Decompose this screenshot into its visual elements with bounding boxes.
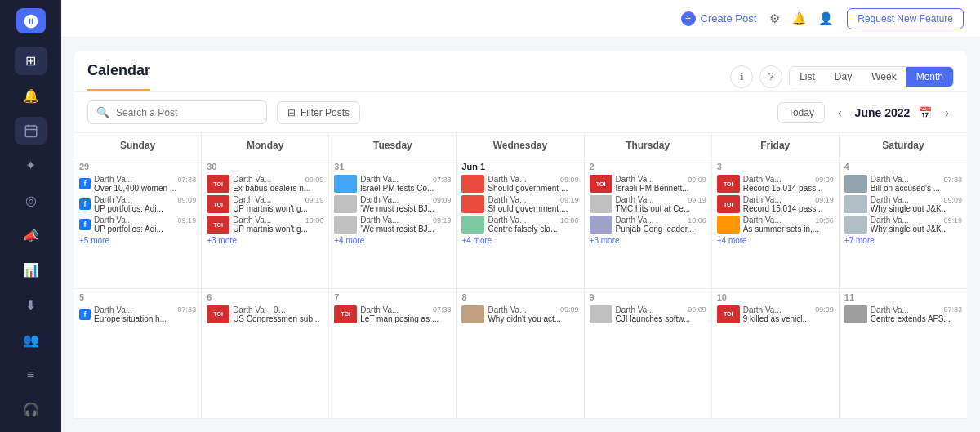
filter-button[interactable]: ⊟ Filter Posts <box>277 101 360 124</box>
date-7: 7 <box>334 292 451 302</box>
post-meta: Darth Va...09:19 Should government ... <box>488 195 578 213</box>
toi-icon: TOI <box>717 195 740 213</box>
date-11: 11 <box>844 292 962 302</box>
date-3: 3 <box>717 162 834 171</box>
post-item[interactable]: TOI Darth Va...09:09 9 killed as vehicl.… <box>717 305 834 323</box>
post-item[interactable]: Darth Va...07:33 Israel PM tests Co... <box>334 175 451 193</box>
cell-jun-10: 10 TOI Darth Va...09:09 9 killed as vehi… <box>712 289 840 420</box>
header-thursday: Thursday <box>585 133 712 158</box>
sidebar-item-dashboard[interactable]: ⊞ <box>15 47 47 75</box>
post-item[interactable]: Darth Va...07:33 Bill on accused's ... <box>844 175 962 193</box>
search-box[interactable]: 🔍 <box>87 100 267 124</box>
month-view-button[interactable]: Month <box>906 67 953 87</box>
post-thumb <box>844 175 867 193</box>
post-item[interactable]: Darth Va...09:09 Why didn't you act... <box>461 305 578 323</box>
post-item[interactable]: Darth Va...09:09 Why single out J&K... <box>844 195 962 213</box>
sidebar-item-users[interactable]: 👥 <box>15 326 47 354</box>
svg-rect-0 <box>25 126 37 137</box>
sidebar-item-list[interactable]: ≡ <box>15 361 47 390</box>
header-tuesday: Tuesday <box>329 133 457 158</box>
post-item[interactable]: TOI Darth Va...09:19 UP martnis won't g.… <box>207 195 323 213</box>
post-item[interactable]: Darth Va...09:19 Why single out J&K... <box>844 216 962 234</box>
post-item[interactable]: f Darth Va...09:09 UP portfolios: Adi... <box>79 195 196 213</box>
cell-jun-8: 8 Darth Va...09:09 Why didn't you act... <box>457 289 584 420</box>
post-item[interactable]: Darth Va...09:09 CJI launches softw... <box>590 305 706 323</box>
settings-icon[interactable]: ⚙ <box>769 11 780 26</box>
post-item[interactable]: TOI Darth Va...10:06 UP martnis won't g.… <box>207 216 323 234</box>
post-item[interactable]: Darth Va...09:09 Should government ... <box>461 175 578 193</box>
post-thumb <box>461 195 484 213</box>
current-month-label: June 2022 <box>855 106 911 119</box>
more-link[interactable]: +5 more <box>79 236 196 245</box>
help-button[interactable]: ? <box>760 65 782 88</box>
sidebar-item-analytics[interactable]: ✦ <box>15 151 47 180</box>
sidebar-item-broadcast[interactable]: ◎ <box>15 186 47 215</box>
post-meta: Darth Va...09:09 UP portfolios: Adi... <box>94 195 196 213</box>
more-link[interactable]: +7 more <box>844 236 962 245</box>
post-meta: Darth Va...10:06 Punjab Cong leader... <box>616 216 706 234</box>
post-thumb <box>334 216 357 234</box>
nav-controls: Today ‹ June 2022 📅 › <box>777 102 954 123</box>
more-link[interactable]: +3 more <box>207 236 323 245</box>
post-item[interactable]: f Darth Va...09:19 UP portfolios: Adi... <box>79 216 196 234</box>
post-item[interactable]: Darth Va...10:06 Punjab Cong leader... <box>590 216 706 234</box>
search-input[interactable] <box>116 107 258 118</box>
sidebar-item-support[interactable]: 🎧 <box>15 395 47 424</box>
date-6: 6 <box>207 292 323 302</box>
post-thumb <box>844 195 867 213</box>
toi-icon: TOI <box>207 216 229 234</box>
post-item[interactable]: TOI Darth Va...09:09 Record 15,014 pass.… <box>717 175 834 193</box>
user-icon[interactable]: 👤 <box>818 11 834 26</box>
post-item[interactable]: Darth Va...09:19 TMC hits out at Ce... <box>590 195 706 213</box>
post-item[interactable]: TOI Darth Va _ 09.09 US Congressmen sub.… <box>207 305 323 323</box>
cell-jun-6: 6 TOI Darth Va _ 09.09 US Congressmen su… <box>202 289 329 420</box>
post-item[interactable]: Darth Va...09:09 'We must resist BJ... <box>334 195 451 213</box>
post-item[interactable]: Darth Va...10:06 Centre falsely cla... <box>461 216 578 234</box>
post-meta: Darth Va...10:06 As summer sets in,... <box>743 216 834 234</box>
post-item[interactable]: TOI Darth Va...07:33 LeT man posing as .… <box>334 305 451 323</box>
more-link[interactable]: +4 more <box>461 236 578 245</box>
topbar-icons: ⚙ 🔔 👤 <box>769 11 834 26</box>
post-item[interactable]: f Darth Va...07:33 Europe situation h... <box>79 305 196 323</box>
calendar-picker-icon[interactable]: 📅 <box>918 106 932 119</box>
create-post-button[interactable]: + Create Post <box>681 11 757 26</box>
app-logo[interactable] <box>16 8 46 33</box>
post-meta: Darth Va...07:33 Israel PM tests Co... <box>360 175 451 193</box>
week-view-button[interactable]: Week <box>862 67 906 87</box>
post-item[interactable]: TOI Darth Va...09:19 Record 15,014 pass.… <box>717 195 834 213</box>
fb-icon: f <box>79 309 91 320</box>
request-feature-button[interactable]: Request New Feature <box>847 8 964 29</box>
list-view-button[interactable]: List <box>790 67 825 87</box>
day-view-button[interactable]: Day <box>825 67 862 87</box>
post-meta: Darth Va...09:09 9 killed as vehicl... <box>743 305 834 323</box>
post-item[interactable]: Darth Va...10:06 As summer sets in,... <box>717 216 834 234</box>
post-meta: Darth Va...07:33 Centre extends AFS... <box>871 305 962 323</box>
post-meta: Darth Va...10:06 Centre falsely cla... <box>488 216 578 234</box>
calendar-toolbar: 🔍 ⊟ Filter Posts Today ‹ June 2022 📅 › <box>74 92 967 132</box>
post-item[interactable]: TOI Darth Va...09:09 Ex-babus-dealers n.… <box>207 175 323 193</box>
sidebar-item-calendar[interactable] <box>15 117 47 145</box>
date-5: 5 <box>79 292 196 302</box>
post-item[interactable]: TOI Darth Va...09:09 Israeli PM Bennett.… <box>590 175 706 193</box>
prev-month-button[interactable]: ‹ <box>833 103 847 122</box>
post-meta: Darth Va...07:33 Bill on accused's ... <box>871 175 962 193</box>
cell-jun-1: Jun 1 Darth Va...09:09 Should government… <box>457 158 584 289</box>
sidebar-item-campaigns[interactable]: 📣 <box>15 221 47 250</box>
info-button[interactable]: ℹ <box>730 65 753 88</box>
post-item[interactable]: Darth Va...09:19 'We must resist BJ... <box>334 216 451 234</box>
header-friday: Friday <box>712 133 840 158</box>
post-item[interactable]: Darth Va...07:33 Centre extends AFS... <box>844 305 962 323</box>
more-link[interactable]: +4 more <box>717 236 834 245</box>
post-item[interactable]: Darth Va...09:19 Should government ... <box>461 195 578 213</box>
more-link[interactable]: +3 more <box>590 236 706 245</box>
more-link[interactable]: +4 more <box>334 236 451 245</box>
post-item[interactable]: f Darth Va...07:33 Over 10,400 women ... <box>79 175 196 193</box>
sidebar-item-reports[interactable]: 📊 <box>15 256 47 284</box>
cell-may-31: 31 Darth Va...07:33 Israel PM tests Co..… <box>329 158 457 289</box>
sidebar-item-alerts[interactable]: 🔔 <box>15 82 47 110</box>
toi-icon: TOI <box>207 195 229 213</box>
notifications-icon[interactable]: 🔔 <box>791 11 807 26</box>
sidebar-item-download[interactable]: ⬇ <box>15 291 47 319</box>
today-button[interactable]: Today <box>777 102 825 123</box>
next-month-button[interactable]: › <box>940 103 954 122</box>
